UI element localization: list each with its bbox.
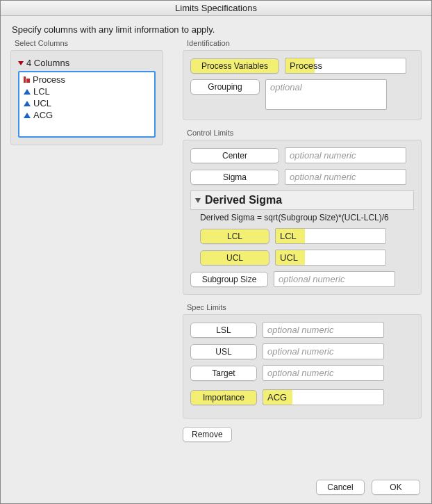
ucl-button[interactable]: UCL (200, 250, 269, 266)
spec-limits-box: LSL optional numeric USL optional numeri… (183, 314, 422, 418)
nominal-icon (24, 76, 30, 83)
target-button[interactable]: Target (190, 366, 257, 381)
dialog-footer: Cancel OK (1, 474, 431, 503)
continuous-icon (24, 113, 31, 118)
spec-limits-label: Spec Limits (187, 303, 422, 311)
dialog-window: Limits Specifications Specify columns wi… (0, 0, 432, 504)
center-field[interactable]: optional numeric (285, 147, 406, 163)
lsl-button[interactable]: LSL (190, 323, 257, 338)
dialog-content: Specify columns with any limit informati… (1, 16, 431, 474)
center-button[interactable]: Center (190, 148, 279, 163)
lcl-field[interactable]: LCL (275, 228, 386, 244)
importance-field[interactable]: ACG (263, 389, 384, 405)
identification-label: Identification (187, 39, 422, 47)
select-columns-box: 4 Columns Process LCL UCL (10, 50, 163, 145)
sigma-field[interactable]: optional numeric (285, 169, 406, 185)
subgroup-size-button[interactable]: Subgroup Size (190, 272, 268, 287)
list-item[interactable]: UCL (22, 97, 151, 109)
control-limits-box: Center optional numeric Sigma optional n… (183, 140, 422, 295)
instruction-text: Specify columns with any limit informati… (12, 24, 422, 35)
column-name: Process (33, 74, 65, 86)
ucl-field[interactable]: UCL (275, 250, 386, 266)
column-name: ACG (33, 109, 53, 121)
chevron-down-icon (195, 198, 201, 203)
columns-count: 4 Columns (26, 58, 69, 68)
process-variables-field[interactable]: Process (285, 58, 406, 74)
list-item[interactable]: Process (22, 74, 151, 86)
list-item[interactable]: ACG (22, 109, 151, 121)
select-columns-section: Select Columns 4 Columns Process LCL (10, 39, 169, 445)
right-column: Identification Process Variables Process… (183, 39, 422, 445)
process-variables-button[interactable]: Process Variables (190, 58, 279, 74)
lcl-button[interactable]: LCL (200, 229, 269, 244)
derived-sigma-header[interactable]: Derived Sigma (190, 190, 414, 210)
list-item[interactable]: LCL (22, 86, 151, 97)
disclosure-icon (18, 61, 24, 65)
grouping-button[interactable]: Grouping (190, 79, 260, 95)
window-title: Limits Specifications (175, 3, 257, 13)
derived-sigma-title: Derived Sigma (205, 194, 282, 206)
select-columns-label: Select Columns (15, 39, 169, 47)
target-field[interactable]: optional numeric (263, 365, 384, 381)
columns-header[interactable]: 4 Columns (18, 58, 156, 68)
usl-button[interactable]: USL (190, 344, 257, 359)
subgroup-size-field[interactable]: optional numeric (274, 271, 395, 287)
grouping-field[interactable]: optional (265, 79, 387, 110)
continuous-icon (24, 101, 31, 106)
columns-listbox[interactable]: Process LCL UCL ACG (18, 71, 156, 138)
derived-sigma-formula: Derived Sigma = sqrt(Subgroup Size)*(UCL… (200, 213, 414, 222)
continuous-icon (24, 89, 31, 95)
ok-button[interactable]: OK (372, 480, 420, 495)
cancel-button[interactable]: Cancel (316, 480, 365, 495)
remove-button[interactable]: Remove (183, 427, 232, 442)
lsl-field[interactable]: optional numeric (263, 322, 384, 338)
identification-box: Process Variables Process Grouping optio… (183, 50, 422, 120)
column-name: LCL (33, 86, 50, 97)
importance-button[interactable]: Importance (190, 390, 257, 405)
title-bar: Limits Specifications (1, 1, 431, 16)
column-name: UCL (33, 97, 51, 109)
control-limits-label: Control Limits (187, 129, 422, 137)
sigma-button[interactable]: Sigma (190, 170, 279, 185)
usl-field[interactable]: optional numeric (263, 343, 384, 359)
